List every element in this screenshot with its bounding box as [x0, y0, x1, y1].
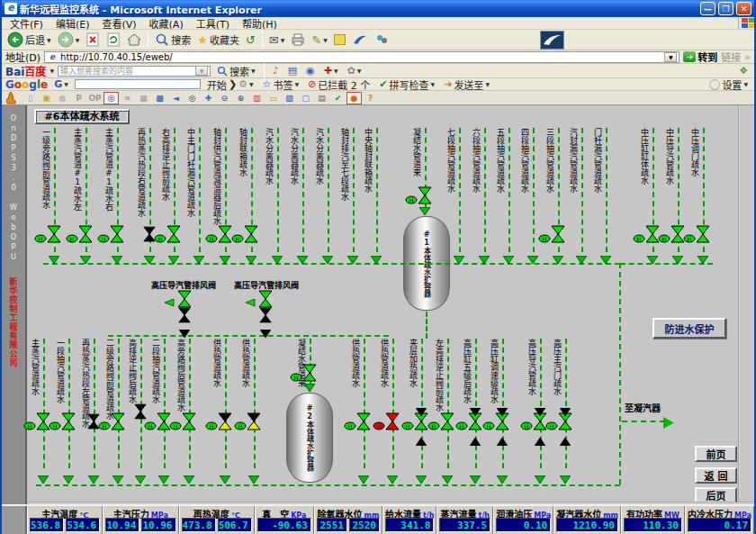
picture-icon[interactable]: ▩ — [152, 92, 167, 104]
home-button[interactable] — [125, 32, 143, 48]
baidu-tools-button[interactable]: ✿▼ — [345, 65, 364, 77]
app-toolbar-icons: ▯▣◍POP◎≈▦▩◄◎✚⊖⊕▥▭▨▢▤✔●? — [22, 92, 378, 104]
valve-open[interactable] — [356, 412, 371, 434]
flow-arrow-icon — [297, 250, 308, 267]
status-panel-label: 给水流量t/h — [385, 507, 434, 518]
snapshot-icon[interactable]: ▭ — [266, 92, 281, 104]
back-button[interactable]: 后退▼ — [5, 31, 53, 49]
flow-arrow-icon — [272, 250, 283, 267]
valve-actuator-icon: H — [98, 417, 111, 434]
google-sendto-button[interactable]: ➜发送至▼ — [441, 77, 492, 92]
valve-open[interactable] — [440, 412, 454, 434]
drain-line — [199, 128, 201, 252]
menu-item[interactable]: 文件(F) — [4, 16, 50, 31]
menu-item[interactable]: 编辑(E) — [50, 16, 96, 31]
grid-icon[interactable]: ▦ — [136, 92, 151, 104]
new-file-icon[interactable]: ▯ — [22, 92, 38, 104]
globe-icon[interactable]: ◍ — [55, 92, 70, 104]
bar-chart-icon[interactable]: ▨ — [282, 92, 297, 104]
favorites-button[interactable]: ★ 收藏夹 — [195, 32, 241, 48]
magnifier-icon[interactable]: ◎ — [184, 92, 200, 104]
p-tool-icon[interactable]: P — [71, 92, 86, 104]
baidu-fav-button[interactable]: ✚▼ — [321, 65, 341, 77]
prev-page-button[interactable]: 前页 — [695, 446, 737, 462]
valve-open[interactable] — [78, 225, 93, 247]
op-tool-icon[interactable]: OP — [87, 92, 103, 104]
valve-open[interactable] — [110, 225, 124, 247]
menu-item[interactable]: 工具(T) — [190, 16, 236, 31]
wave-icon[interactable]: ≈ — [120, 92, 135, 104]
messenger-button[interactable] — [373, 32, 391, 47]
svg-text:H: H — [487, 423, 491, 430]
valve-open[interactable] — [166, 225, 181, 247]
baidu-extra-icon[interactable]: ❖ — [736, 65, 751, 77]
print-button[interactable] — [289, 32, 307, 47]
close-button[interactable]: ✕ — [736, 2, 752, 15]
valve-warning[interactable] — [218, 412, 232, 434]
zoom-out-icon[interactable]: ⊖ — [217, 92, 232, 104]
valve-open[interactable] — [218, 225, 232, 247]
links-more[interactable]: » — [744, 51, 751, 63]
confirm-icon[interactable]: ✔ — [330, 92, 346, 104]
google-start-button[interactable]: 开始 ❯ ⚙▼ — [204, 77, 256, 92]
window-icon[interactable]: ▢ — [298, 92, 313, 104]
google-logo: Google — [5, 78, 48, 91]
trend-chart-icon[interactable]: ▥ — [249, 92, 265, 104]
address-input[interactable]: e http://10.70.40.15/eweb/ ▼ — [44, 51, 680, 63]
baidu-search-input[interactable]: 输入想要搜索的内容 ▼ — [58, 66, 211, 77]
search-button[interactable]: 搜索 — [153, 32, 193, 48]
google-spellcheck-button[interactable]: ✔拼写检查▼ — [376, 77, 437, 92]
maximize-button[interactable]: ❐ — [718, 2, 734, 15]
stop-button[interactable] — [84, 32, 102, 48]
product-name: OnDPS3.0 WebOPU — [10, 114, 18, 263]
menu-item[interactable]: 查看(V) — [95, 16, 142, 31]
valve-open[interactable] — [61, 412, 76, 434]
status-values: 341.8 — [385, 518, 434, 532]
notes-button[interactable] — [332, 33, 347, 46]
pipe-line — [108, 335, 389, 337]
pan-icon[interactable]: ✚ — [201, 92, 216, 104]
google-settings-button[interactable]: ◯设置▼ — [706, 77, 751, 92]
google-search-input[interactable] — [75, 79, 201, 89]
menu-item[interactable]: 帮助(H) — [236, 16, 284, 31]
valve-open[interactable] — [182, 412, 196, 434]
drain-column-label: 一段抽汽管道疏水 — [56, 339, 65, 403]
prev-view-icon[interactable]: ◄ — [168, 92, 184, 104]
baidu-tieba-icon[interactable]: ▤ — [285, 65, 300, 77]
print-icon[interactable]: ▤ — [314, 92, 329, 104]
valve-open[interactable] — [551, 225, 565, 247]
baidu-input-dropdown[interactable]: ▼ — [195, 66, 208, 76]
discuss-button[interactable] — [350, 32, 370, 47]
google-bookmarks-button[interactable]: ☆书签▼ — [260, 77, 302, 92]
open-folder-icon[interactable]: ▣ — [39, 92, 54, 104]
baidu-music-icon[interactable]: ♪ — [270, 65, 282, 77]
return-button[interactable]: 返 回 — [695, 467, 737, 484]
mail-button[interactable]: ✉▼ — [267, 33, 287, 47]
history-button[interactable]: ↺ — [244, 33, 257, 47]
valve-open[interactable] — [696, 225, 710, 247]
help-key-icon[interactable]: ? — [363, 92, 378, 104]
menu-item[interactable]: 收藏(A) — [143, 16, 190, 31]
links-label[interactable]: 链接 — [721, 50, 741, 64]
go-button[interactable]: ➔ 转到 — [683, 50, 717, 64]
zoom-in-icon[interactable]: ⊕ — [233, 92, 248, 104]
valve-open[interactable] — [111, 412, 125, 434]
valve-warning[interactable] — [247, 412, 261, 434]
status-values: 25512520 — [317, 518, 380, 532]
edit-button[interactable]: ✎▼ — [310, 33, 329, 47]
minimize-button[interactable]: — — [700, 2, 716, 15]
google-combo[interactable]: G▼ — [51, 78, 71, 90]
zoom-select-icon[interactable]: ◎ — [104, 92, 119, 104]
water-ingress-protection-button[interactable]: 防进水保护 — [652, 318, 726, 339]
google-popup-blocked[interactable]: ⊘已拦截 2 个 — [305, 77, 373, 92]
baidu-search-button[interactable]: 搜索▼ — [214, 64, 258, 78]
baidu-logo-dropdown[interactable]: ▼ — [50, 68, 54, 74]
refresh-button[interactable] — [104, 32, 122, 48]
forward-button[interactable]: ▼ — [56, 31, 82, 49]
baidu-space-icon[interactable]: ◉ — [303, 65, 318, 77]
alarm-icon[interactable]: ● — [346, 92, 362, 104]
address-dropdown[interactable]: ▼ — [664, 52, 677, 62]
valve-alarm[interactable] — [385, 412, 400, 434]
valve-open[interactable] — [47, 225, 61, 247]
valve-open[interactable] — [244, 225, 258, 247]
